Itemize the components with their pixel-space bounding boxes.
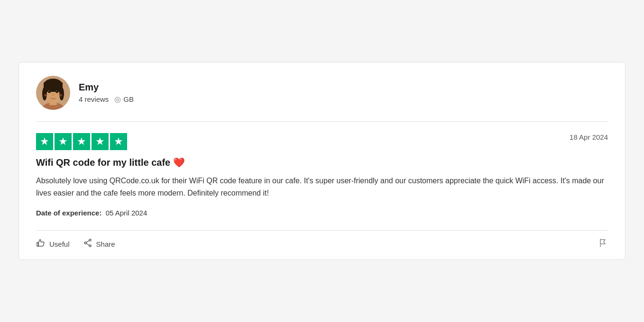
- experience-date: 05 April 2024: [106, 209, 147, 217]
- review-title-text: Wifi QR code for my little cafe: [36, 157, 170, 168]
- reviewer-section: Emy 4 reviews ◎ GB: [36, 76, 608, 122]
- reviewer-name: Emy: [79, 82, 134, 93]
- reviewer-meta: 4 reviews ◎ GB: [79, 95, 134, 104]
- useful-label: Useful: [49, 240, 70, 248]
- star-5: ★: [110, 133, 127, 150]
- stars-container: ★ ★ ★ ★ ★: [36, 133, 127, 150]
- star-4: ★: [92, 133, 109, 150]
- svg-line-17: [86, 241, 89, 242]
- svg-point-8: [48, 89, 51, 93]
- avatar: [36, 76, 70, 110]
- review-title-emoji: ❤️: [173, 157, 185, 168]
- flag-button[interactable]: [598, 238, 608, 250]
- svg-point-16: [84, 242, 86, 244]
- star-3: ★: [73, 133, 90, 150]
- svg-point-11: [56, 90, 57, 91]
- reviewer-location: GB: [123, 95, 134, 103]
- share-icon: [83, 238, 92, 250]
- star-2: ★: [55, 133, 72, 150]
- review-experience: Date of experience: 05 April 2024: [36, 209, 608, 217]
- reviews-count: 4 reviews: [79, 95, 109, 103]
- review-header: ★ ★ ★ ★ ★ 18 Apr 2024: [36, 133, 608, 150]
- svg-line-18: [86, 243, 89, 245]
- review-date: 18 Apr 2024: [570, 133, 608, 141]
- experience-label: Date of experience:: [36, 209, 101, 217]
- action-buttons: Useful Share: [36, 238, 115, 250]
- location-wrapper: ◎ GB: [114, 95, 134, 104]
- useful-icon: [36, 238, 46, 250]
- svg-point-15: [89, 245, 91, 247]
- review-text: Absolutely love using QRCode.co.uk for t…: [36, 175, 608, 200]
- review-actions: Useful Share: [36, 230, 608, 259]
- svg-point-13: [57, 94, 62, 97]
- review-card: Emy 4 reviews ◎ GB ★ ★ ★ ★ ★ 18 Apr 2024: [18, 62, 626, 260]
- svg-rect-7: [44, 82, 63, 92]
- useful-button[interactable]: Useful: [36, 238, 70, 250]
- share-button[interactable]: Share: [83, 238, 115, 250]
- review-title: Wifi QR code for my little cafe ❤️: [36, 157, 608, 168]
- review-body: ★ ★ ★ ★ ★ 18 Apr 2024 Wifi QR code for m…: [36, 122, 608, 260]
- svg-point-10: [48, 90, 49, 91]
- share-label: Share: [96, 240, 115, 248]
- reviewer-info: Emy 4 reviews ◎ GB: [79, 82, 134, 104]
- star-1: ★: [36, 133, 53, 150]
- svg-point-14: [89, 239, 91, 241]
- svg-point-12: [44, 94, 49, 97]
- flag-icon: [598, 238, 608, 250]
- location-icon: ◎: [114, 95, 121, 104]
- svg-point-9: [55, 89, 58, 93]
